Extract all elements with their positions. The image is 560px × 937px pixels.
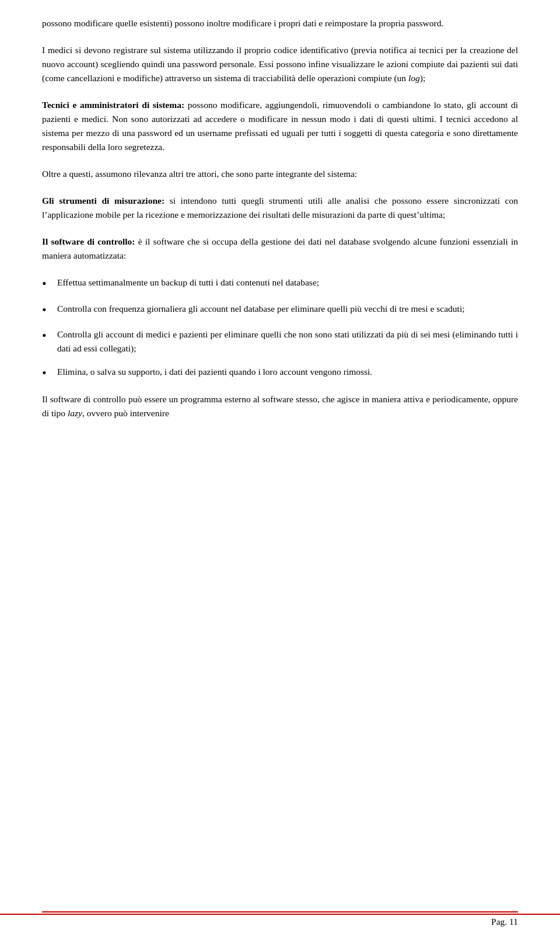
paragraph-2: I medici si devono registrare sul sistem…: [42, 43, 518, 85]
paragraph-altri-text: Oltre a questi, assumono rilevanza altri…: [42, 167, 518, 181]
page-footer: Pag. 11: [0, 914, 560, 937]
strumenti-heading: Gli strumenti di misurazione:: [42, 196, 164, 205]
paragraph-software: Il software di controllo: è il software …: [42, 235, 518, 263]
lazy-italic: lazy: [68, 408, 82, 418]
bullet-list: • Effettua settimanalmente un backup di …: [42, 276, 518, 382]
paragraph-tecnici-text: Tecnici e amministratori di sistema: pos…: [42, 98, 518, 154]
paragraph-tecnici: Tecnici e amministratori di sistema: pos…: [42, 98, 518, 154]
list-item: • Elimina, o salva su supporto, i dati d…: [42, 365, 518, 382]
bullet-icon: •: [42, 276, 55, 292]
footer-line: [42, 911, 518, 912]
page-number: Pag. 11: [491, 915, 518, 929]
paragraph-1-text: possono modificare quelle esistenti) pos…: [42, 16, 518, 30]
bullet-text-3: Controlla gli account di medici e pazien…: [57, 328, 518, 356]
tecnici-heading: Tecnici e amministratori di sistema:: [42, 100, 184, 110]
software-heading: Il software di controllo:: [42, 236, 135, 246]
paragraph-final: Il software di controllo può essere un p…: [42, 392, 518, 420]
page-container: possono modificare quelle esistenti) pos…: [0, 0, 560, 937]
paragraph-software-text: Il software di controllo: è il software …: [42, 235, 518, 263]
paragraph-final-text: Il software di controllo può essere un p…: [42, 392, 518, 420]
bullet-text-2: Controlla con frequenza giornaliera gli …: [57, 302, 518, 316]
paragraph-altri: Oltre a questi, assumono rilevanza altri…: [42, 167, 518, 181]
list-item: • Effettua settimanalmente un backup di …: [42, 276, 518, 292]
bullet-icon: •: [42, 328, 55, 344]
paragraph-strumenti-text: Gli strumenti di misurazione: si intendo…: [42, 194, 518, 222]
list-item: • Controlla con frequenza giornaliera gl…: [42, 302, 518, 319]
log-italic: log: [408, 73, 420, 83]
paragraph-1: possono modificare quelle esistenti) pos…: [42, 16, 518, 30]
paragraph-strumenti: Gli strumenti di misurazione: si intendo…: [42, 194, 518, 222]
bullet-text-1: Effettua settimanalmente un backup di tu…: [57, 276, 518, 290]
bullet-icon: •: [42, 302, 55, 319]
list-item: • Controlla gli account di medici e pazi…: [42, 328, 518, 356]
bullet-text-4: Elimina, o salva su supporto, i dati dei…: [57, 365, 518, 379]
bullet-icon: •: [42, 365, 55, 382]
paragraph-2-text: I medici si devono registrare sul sistem…: [42, 43, 518, 85]
